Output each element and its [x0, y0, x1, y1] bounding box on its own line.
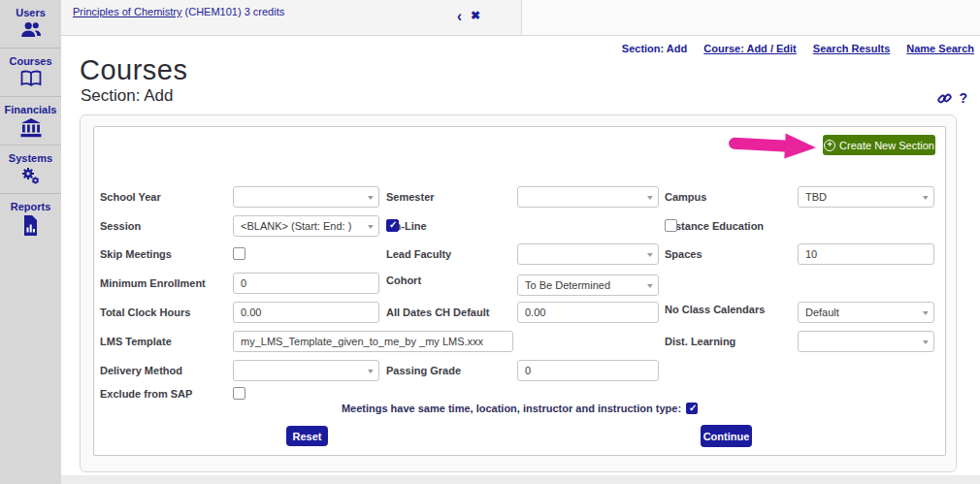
course-breadcrumb: Principles of Chemistry (CHEM101) 3 cred… [73, 6, 284, 17]
semester-label: Semester [386, 191, 435, 203]
campus-label: Campus [665, 191, 706, 203]
reset-button[interactable]: Reset [286, 426, 328, 446]
arrow-head [784, 134, 816, 161]
collapse-icon[interactable]: ‹ [457, 8, 462, 23]
chevron-down-icon: ▾ [917, 193, 928, 202]
school-year-select[interactable]: ▾ [233, 186, 379, 208]
sidebar-item-courses[interactable]: Courses [0, 48, 61, 97]
all-dates-ch-default-label: All Dates CH Default [386, 307, 489, 318]
sidebar-item-reports[interactable]: Reports [0, 194, 61, 242]
page-subtitle: Section: Add [81, 86, 173, 106]
book-icon [19, 70, 43, 90]
chevron-down-icon: ▾ [362, 367, 373, 375]
session-value: <BLANK> (Start: End: ) [241, 220, 351, 232]
exclude-from-sap-checkbox[interactable] [233, 387, 245, 400]
course-tab: Principles of Chemistry (CHEM101) 3 cred… [61, 0, 522, 35]
nav-course-add-edit[interactable]: Course: Add / Edit [703, 43, 797, 54]
skip-meetings-checkbox[interactable] [233, 247, 245, 260]
campus-select[interactable]: TBD▾ [798, 186, 934, 208]
course-link[interactable]: Principles of Chemistry [73, 6, 181, 17]
sidebar: Users Courses Financials Systems Reports [0, 0, 61, 484]
total-clock-hours-value: 0.00 [241, 307, 261, 318]
create-new-section-label: Create New Section [839, 140, 934, 151]
distance-education-label: Distance Education [665, 220, 764, 232]
chevron-down-icon: ▾ [641, 193, 652, 202]
lead-faculty-select[interactable]: ▾ [517, 243, 659, 265]
chevron-down-icon: ▾ [917, 308, 928, 317]
cohort-label: Cohort [386, 274, 421, 286]
all-dates-ch-default-input[interactable]: 0.00 [517, 302, 659, 323]
distance-education-checkbox[interactable] [665, 219, 677, 232]
app-root: Users Courses Financials Systems Reports [0, 0, 980, 484]
chevron-down-icon: ▾ [362, 222, 373, 231]
report-icon [22, 215, 39, 236]
campus-value: TBD [805, 191, 827, 203]
gears-icon [20, 167, 42, 187]
sidebar-item-label: Reports [11, 201, 51, 212]
minimum-enrollment-input[interactable]: 0 [233, 273, 379, 294]
lms-template-value: my_LMS_Template_given_to_me_by _my LMS.x… [241, 336, 483, 347]
session-select[interactable]: <BLANK> (Start: End: )▾ [233, 215, 379, 237]
nav-search-results[interactable]: Search Results [813, 43, 890, 54]
close-icon[interactable]: ✖ [471, 9, 480, 22]
continue-button[interactable]: Continue [701, 425, 752, 447]
sidebar-item-systems[interactable]: Systems [0, 145, 61, 194]
exclude-from-sap-label: Exclude from SAP [100, 388, 192, 400]
passing-grade-value: 0 [525, 365, 531, 376]
minimum-enrollment-label: Minimum Enrollment [100, 277, 206, 289]
bank-icon [20, 118, 42, 139]
dist-learning-select[interactable]: ▾ [798, 331, 934, 352]
no-class-calendars-label: No Class Calendars [665, 304, 765, 315]
school-year-label: School Year [100, 191, 161, 203]
link-icon[interactable] [937, 91, 952, 106]
chevron-down-icon: ▾ [641, 250, 652, 259]
passing-grade-input[interactable]: 0 [517, 360, 659, 381]
cohort-value: To Be Determined [525, 279, 610, 291]
sidebar-item-users[interactable]: Users [0, 0, 61, 48]
nav-name-search[interactable]: Name Search [906, 43, 974, 54]
meetings-same-checkbox[interactable] [686, 403, 698, 414]
all-dates-ch-default-value: 0.00 [525, 307, 545, 318]
minimum-enrollment-value: 0 [241, 277, 246, 289]
users-icon [19, 21, 43, 42]
plus-icon: + [824, 140, 835, 151]
delivery-method-label: Delivery Method [100, 365, 182, 376]
spaces-input[interactable]: 10 [798, 243, 934, 265]
sidebar-item-label: Courses [9, 55, 51, 67]
semester-select[interactable]: ▾ [517, 186, 659, 208]
online-checkbox[interactable] [386, 219, 399, 232]
top-bar: Principles of Chemistry (CHEM101) 3 cred… [61, 0, 980, 36]
meetings-row: Meetings have same time, location, instr… [93, 403, 946, 414]
no-class-calendars-value: Default [805, 307, 839, 318]
section-nav: Section: Add Course: Add / Edit Search R… [622, 43, 974, 54]
sidebar-item-label: Financials [5, 104, 57, 115]
nav-current-section-add: Section: Add [622, 43, 687, 54]
sidebar-item-label: Users [16, 7, 46, 18]
tab-controls: ‹ ✖ [457, 9, 480, 22]
bottom-strip [61, 475, 980, 484]
lms-template-input[interactable]: my_LMS_Template_given_to_me_by _my LMS.x… [233, 331, 513, 352]
page-title: Courses [80, 54, 188, 86]
chevron-down-icon: ▾ [362, 193, 373, 202]
lms-template-label: LMS Template [100, 336, 172, 347]
lead-faculty-label: Lead Faculty [386, 248, 451, 260]
spaces-value: 10 [805, 248, 817, 260]
create-new-section-button[interactable]: + Create New Section [823, 135, 935, 155]
cohort-select[interactable]: To Be Determined▾ [517, 274, 659, 296]
chevron-down-icon: ▾ [917, 338, 928, 346]
spaces-label: Spaces [665, 248, 702, 260]
meetings-same-label: Meetings have same time, location, instr… [342, 403, 681, 414]
skip-meetings-label: Skip Meetings [100, 248, 172, 260]
total-clock-hours-input[interactable]: 0.00 [233, 302, 379, 323]
course-meta: (CHEM101) 3 credits [185, 6, 285, 17]
chevron-down-icon: ▾ [641, 281, 652, 290]
sidebar-item-financials[interactable]: Financials [0, 97, 61, 145]
sidebar-item-label: Systems [9, 152, 52, 164]
no-class-calendars-select[interactable]: Default▾ [798, 302, 934, 323]
help-icon[interactable]: ? [959, 90, 967, 106]
total-clock-hours-label: Total Clock Hours [100, 307, 190, 318]
arrow-shaft [729, 138, 791, 152]
delivery-method-select[interactable]: ▾ [233, 360, 379, 381]
session-label: Session [100, 220, 141, 232]
panel-tools: ? [937, 90, 967, 106]
